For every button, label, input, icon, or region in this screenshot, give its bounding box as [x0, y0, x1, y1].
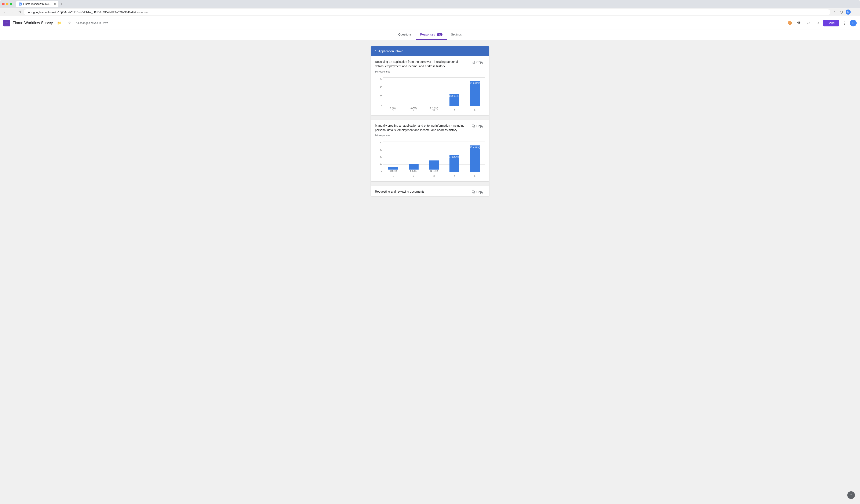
q1-copy-button[interactable]: Copy: [470, 60, 485, 65]
palette-icon: 🎨: [788, 21, 792, 25]
extensions-button[interactable]: ⬡: [838, 9, 844, 15]
q1-x-axis: 1 2 3 4 5: [383, 106, 485, 111]
eye-icon: 👁: [797, 21, 801, 25]
q1-text: Receiving an application from the borrow…: [375, 60, 470, 69]
more-icon: ⋮: [853, 10, 857, 14]
app-toolbar-actions: 🎨 👁 ↩ ↪ Send ⋮ F: [786, 19, 857, 27]
svg-rect-11: [472, 125, 474, 127]
section-header: 1. Application intake: [371, 46, 489, 56]
browser-actions: ☆ ⬡ U ⋮: [832, 9, 858, 15]
main-content: 1. Application intake Receiving an appli…: [0, 40, 860, 504]
q3-header: Requesting and reviewing documents Copy: [371, 186, 489, 196]
tab-bar: Finmo Workflow Survey - Goo... × +: [14, 1, 854, 7]
q1-chart: 60 40 20 0: [371, 75, 489, 116]
extensions-icon: ⬡: [840, 10, 843, 14]
svg-rect-13: [472, 191, 474, 193]
content-area: 1. Application intake Receiving an appli…: [371, 46, 489, 196]
q2-bar-4: 23 (28.7%): [444, 155, 464, 172]
bookmark-icon: ☆: [833, 10, 836, 14]
tab-questions[interactable]: Questions: [394, 30, 416, 40]
question-card-3: Requesting and reviewing documents Copy: [371, 186, 489, 196]
folder-button[interactable]: 📁: [55, 19, 63, 27]
more-options-button[interactable]: ⋮: [841, 19, 848, 27]
help-icon: ?: [850, 493, 852, 497]
star-button[interactable]: ☆: [66, 19, 73, 27]
q2-bar-3: 12 (15%): [424, 161, 444, 172]
copy-icon: [472, 60, 475, 64]
preview-button[interactable]: 👁: [796, 19, 803, 27]
forward-icon: →: [11, 10, 14, 14]
q2-bar-2: 7 (8.8%): [403, 164, 424, 172]
star-icon: ☆: [68, 21, 71, 25]
q3-copy-button[interactable]: Copy: [470, 189, 485, 194]
tab-label: Finmo Workflow Survey - Goo...: [23, 2, 53, 5]
nav-tabs: Questions Responses 80 Settings: [0, 30, 860, 40]
app-title: Finmo Workflow Survey: [13, 21, 53, 25]
redo-icon: ↪: [816, 21, 820, 25]
back-icon: ←: [3, 10, 7, 14]
q1-y-axis: 60 40 20 0: [375, 77, 383, 106]
browser-window: Finmo Workflow Survey - Goo... × + ⌄ ← →…: [0, 0, 860, 504]
copy-icon-3: [472, 190, 475, 194]
maximize-window-button[interactable]: [10, 3, 12, 5]
copy-icon-2: [472, 124, 475, 128]
q3-text: Requesting and reviewing documents: [375, 189, 470, 194]
active-tab[interactable]: Finmo Workflow Survey - Goo... ×: [16, 1, 58, 7]
q1-bar-4: 26 (32.5%): [444, 94, 464, 106]
section-application-intake: 1. Application intake Receiving an appli…: [371, 46, 489, 196]
q1-header: Receiving an application from the borrow…: [371, 56, 489, 70]
svg-rect-9: [472, 61, 474, 63]
titlebar: Finmo Workflow Survey - Goo... × + ⌄: [0, 0, 860, 8]
reload-icon: ↻: [18, 10, 21, 14]
question-card-2: Manually creating an application and ent…: [371, 120, 489, 181]
tab-settings[interactable]: Settings: [447, 30, 466, 40]
app-icon: [3, 20, 10, 26]
q1-bar-5: 53 (66.3%): [465, 81, 485, 106]
help-button[interactable]: ?: [847, 491, 855, 499]
folder-icon: 📁: [57, 21, 61, 25]
q1-chart-area: 60 40 20 0: [375, 77, 485, 111]
user-avatar: U: [846, 10, 851, 15]
back-button[interactable]: ←: [2, 9, 8, 15]
bookmark-button[interactable]: ☆: [832, 9, 837, 15]
q2-header: Manually creating an application and ent…: [371, 120, 489, 134]
q1-bar-2: [403, 106, 424, 106]
autosave-text: All changes saved in Drive: [76, 21, 108, 25]
q2-chart-area: 40 30 20 10 0: [375, 141, 485, 177]
q2-bars: 3 (3.8%) 7 (8.8%): [383, 141, 485, 172]
forward-button[interactable]: →: [9, 9, 15, 15]
window-expand-button[interactable]: ⌄: [855, 2, 858, 6]
tab-close-button[interactable]: ×: [54, 2, 56, 6]
close-window-button[interactable]: [2, 3, 5, 5]
new-tab-button[interactable]: +: [59, 1, 64, 7]
address-input[interactable]: [24, 9, 830, 15]
q2-x-axis: 1 2 3 4 5: [383, 173, 485, 177]
profile-button[interactable]: U: [845, 9, 851, 15]
reload-button[interactable]: ↻: [16, 9, 23, 15]
palette-button[interactable]: 🎨: [786, 19, 794, 27]
q1-bars: 26 (32.5%) 53 (66.3%): [383, 77, 485, 106]
q2-chart: 40 30 20 10 0: [371, 139, 489, 181]
question-card-1: Receiving an application from the borrow…: [371, 56, 489, 116]
tab-favicon: [19, 2, 22, 5]
q2-response-count: 80 responses: [371, 134, 489, 139]
browser-more-button[interactable]: ⋮: [852, 9, 858, 15]
q1-bar-1: [383, 106, 403, 106]
q2-y-axis: 40 30 20 10 0: [375, 141, 383, 172]
undo-icon: ↩: [807, 21, 810, 25]
send-button[interactable]: Send: [823, 20, 839, 26]
tab-responses[interactable]: Responses 80: [416, 30, 447, 40]
q2-copy-button[interactable]: Copy: [470, 123, 485, 129]
q2-bar-5: 35 (43.8%): [465, 146, 485, 172]
traffic-lights: [2, 3, 12, 5]
q1-response-count: 80 responses: [371, 70, 489, 75]
redo-button[interactable]: ↪: [814, 19, 822, 27]
responses-badge: 80: [437, 33, 443, 36]
more-options-icon: ⋮: [843, 21, 846, 25]
app-toolbar: Finmo Workflow Survey 📁 ☆ All changes sa…: [0, 16, 860, 30]
minimize-window-button[interactable]: [6, 3, 9, 5]
undo-button[interactable]: ↩: [805, 19, 812, 27]
q1-bar-3: [424, 106, 444, 106]
address-bar-row: ← → ↻ ☆ ⬡ U ⋮: [0, 8, 860, 16]
q2-text: Manually creating an application and ent…: [375, 123, 470, 132]
